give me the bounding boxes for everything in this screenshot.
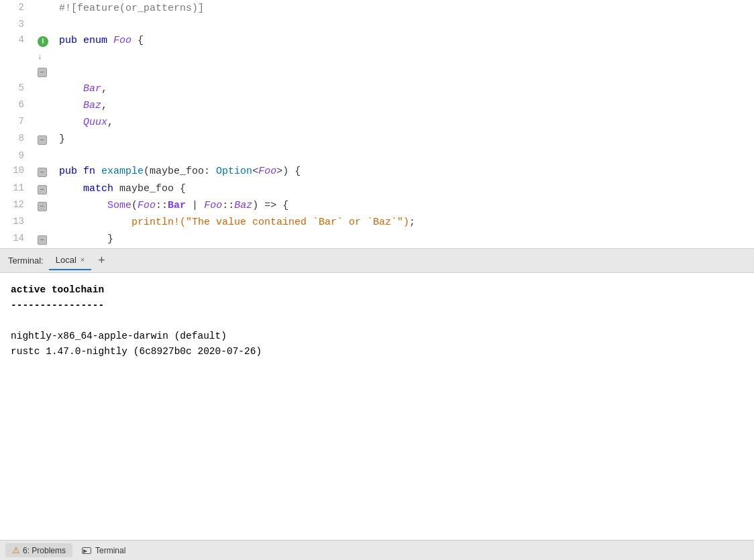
gutter: [35, 0, 54, 17]
code-line: [54, 148, 754, 164]
terminal-line: [11, 313, 743, 329]
table-row: 11− match maybe_foo {: [0, 180, 754, 197]
code-editor: 2#![feature(or_patterns)]34I↓−pub enum F…: [0, 0, 754, 249]
gutter: [35, 17, 54, 32]
terminal-body[interactable]: active toolchain---------------- nightly…: [0, 273, 754, 540]
terminal-tab-local[interactable]: Local ×: [49, 251, 92, 270]
gutter: [35, 148, 54, 164]
fold-icon[interactable]: −: [38, 68, 47, 77]
gutter: −: [35, 231, 54, 247]
gutter: [35, 214, 54, 231]
gutter: −: [35, 197, 54, 214]
line-number: 12: [0, 197, 35, 214]
table-row: 14− }: [0, 231, 754, 247]
line-number: 5: [0, 80, 35, 97]
line-number: 14: [0, 231, 35, 247]
code-line: Some(Foo::Bar | Foo::Baz) => {: [54, 197, 754, 214]
terminal-add-button[interactable]: +: [94, 254, 109, 268]
code-line: pub fn example(maybe_foo: Option<Foo>) {: [54, 163, 754, 180]
gutter: I↓−: [35, 32, 54, 80]
line-number: 2: [0, 0, 35, 17]
fold-icon[interactable]: −: [38, 168, 47, 177]
code-line: Baz,: [54, 97, 754, 114]
table-row: 8−}: [0, 131, 754, 148]
gutter: [35, 97, 54, 114]
table-row: 13 println!("The value contained `Bar` o…: [0, 214, 754, 231]
code-line: }: [54, 231, 754, 247]
gutter: [35, 80, 54, 97]
terminal-tab-close[interactable]: ×: [80, 256, 85, 264]
problems-button[interactable]: ⚠ 6: Problems: [5, 543, 72, 557]
table-row: 2#![feature(or_patterns)]: [0, 0, 754, 17]
table-row: 4I↓−pub enum Foo {: [0, 32, 754, 80]
line-number: 7: [0, 114, 35, 131]
line-number: 9: [0, 148, 35, 164]
table-row: 6 Baz,: [0, 97, 754, 114]
line-number: 8: [0, 131, 35, 148]
code-line: println!("The value contained `Bar` or `…: [54, 214, 754, 231]
line-number: 4: [0, 32, 35, 80]
fold-icon[interactable]: −: [38, 185, 47, 194]
terminal-icon: ▶: [82, 547, 91, 554]
line-number: 13: [0, 214, 35, 231]
line-number: 3: [0, 17, 35, 32]
gutter: −: [35, 163, 54, 180]
table-row: 3: [0, 17, 754, 32]
terminal-line: active toolchain: [11, 282, 743, 298]
fold-icon[interactable]: −: [38, 235, 47, 245]
info-badge: I: [38, 36, 48, 47]
terminal-label: Terminal:: [8, 256, 44, 266]
fold-icon[interactable]: −: [38, 135, 47, 145]
terminal-button[interactable]: ▶ Terminal: [75, 544, 132, 557]
terminal-header: Terminal: Local × +: [0, 249, 754, 273]
terminal-line: ----------------: [11, 298, 743, 313]
line-number: 11: [0, 180, 35, 197]
code-line: }: [54, 131, 754, 148]
code-line: Bar,: [54, 80, 754, 97]
line-number: 10: [0, 163, 35, 180]
line-number: 6: [0, 97, 35, 114]
gutter: −: [35, 180, 54, 197]
fold-icon[interactable]: −: [38, 202, 47, 211]
warning-icon: ⚠: [12, 545, 20, 555]
terminal-line: nightly-x86_64-apple-darwin (default): [11, 329, 743, 344]
code-line: Quux,: [54, 114, 754, 131]
status-bar: ⚠ 6: Problems ▶ Terminal: [0, 540, 754, 560]
code-line: match maybe_foo {: [54, 180, 754, 197]
table-row: 10−pub fn example(maybe_foo: Option<Foo>…: [0, 163, 754, 180]
problems-label: 6: Problems: [23, 546, 66, 555]
table-row: 5 Bar,: [0, 80, 754, 97]
table-row: 12− Some(Foo::Bar | Foo::Baz) => {: [0, 197, 754, 214]
code-line: pub enum Foo {: [54, 32, 754, 80]
down-arrow-icon: ↓: [38, 52, 42, 63]
terminal-tab-name: Local: [56, 255, 76, 265]
code-line: #![feature(or_patterns)]: [54, 0, 754, 17]
table-row: 7 Quux,: [0, 114, 754, 131]
gutter: [35, 114, 54, 131]
terminal-line: rustc 1.47.0-nightly (6c8927b0c 2020-07-…: [11, 344, 743, 359]
gutter: −: [35, 131, 54, 148]
table-row: 9: [0, 148, 754, 164]
code-line: [54, 17, 754, 32]
terminal-status-label: Terminal: [95, 546, 125, 555]
